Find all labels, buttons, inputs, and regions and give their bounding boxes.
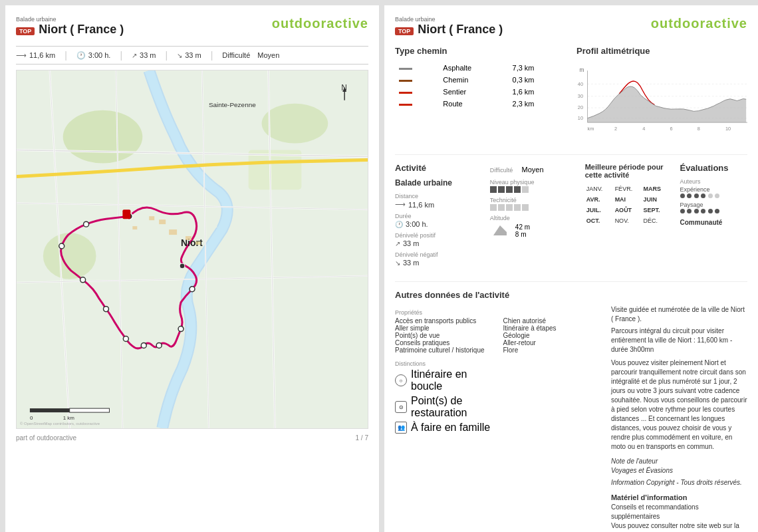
prop-conseils: Conseils pratiques xyxy=(395,339,492,346)
map-svg: Niort Sainte-Pezenne N 0 1 km xyxy=(17,70,368,428)
type-row-asphalte: Asphalte 7,3 km xyxy=(396,63,565,73)
denivele-neg-label: Dénivelé négatif xyxy=(395,251,479,258)
desc-para1: Parcours intégral du circuit pour visite… xyxy=(611,327,747,354)
month-mars: MARS xyxy=(642,184,670,194)
type-label-route: Route xyxy=(443,100,462,108)
svg-text:4: 4 xyxy=(642,126,645,132)
denivele-pos-label: Dénivelé positif xyxy=(395,232,479,239)
stat-ascent: ↗ 33 m xyxy=(132,51,156,59)
distinction-famille: 👥 À faire en famille xyxy=(395,422,492,434)
page-1: Balade urbaine TOPNiort ( France ) outdo… xyxy=(5,5,379,532)
page2-category-text: Balade urbaine xyxy=(395,16,436,23)
page2-brand: outdooractive xyxy=(651,16,747,31)
evaluations-title: Évaluations xyxy=(680,163,747,173)
svg-rect-36 xyxy=(30,408,70,412)
proprietes-label: Propriétés xyxy=(395,309,492,316)
svg-text:10: 10 xyxy=(578,115,583,121)
svg-text:30: 30 xyxy=(578,93,583,99)
svg-point-27 xyxy=(80,277,86,283)
technicite-label: Technicité xyxy=(490,197,574,203)
distinctions-label: Distinctions xyxy=(395,360,492,367)
best-period-title: Meilleure période pour cette activité xyxy=(585,163,670,179)
page1-category: Balade urbaine xyxy=(16,16,124,23)
restauration-icon: ⊙ xyxy=(395,401,407,413)
page1-footer: part of outdooractive 1 / 7 xyxy=(16,434,368,442)
month-mai: MAI xyxy=(614,195,641,204)
type-label-chemin: Chemin xyxy=(443,76,468,84)
autres-section: Autres données de l'activité Propriétés … xyxy=(395,281,747,532)
svg-text:0: 0 xyxy=(30,415,33,421)
denivele-pos-value: ↗ 33 m xyxy=(395,239,479,247)
type-label-sentier: Sentier xyxy=(443,88,466,96)
sep3: | xyxy=(166,50,168,61)
restauration-label: Point(s) de restauration xyxy=(411,395,492,419)
type-elevation-row: Type chemin Asphalte 7,3 km Chemin 0,3 k… xyxy=(395,46,747,144)
experience-stars xyxy=(680,193,747,200)
month-fevr: FÉVR. xyxy=(614,184,641,194)
altitude-row: Altitude 42 m 8 m xyxy=(490,215,574,239)
difficulty-value: Moyen xyxy=(257,51,279,59)
desc-para2: Vous pouvez visiter pleinement Niort et … xyxy=(611,358,747,452)
month-nov: NOV. xyxy=(614,216,641,225)
altitude-max: 42 m xyxy=(515,223,530,231)
svg-rect-44 xyxy=(186,236,191,240)
map-container: Niort Sainte-Pezenne N 0 1 km xyxy=(16,70,368,429)
page1-brand: outdooractive xyxy=(272,16,368,31)
difficulte-value: Moyen xyxy=(522,166,544,174)
stat-difficulty: Difficulté Moyen xyxy=(222,51,279,59)
experience-row: Expérience xyxy=(680,186,747,200)
svg-point-22 xyxy=(178,327,184,332)
prop-retour: Aller-retour xyxy=(503,339,600,346)
prop-patrimoine: Patrimoine culturel / historique xyxy=(395,346,492,354)
activite-type: Balade urbaine xyxy=(395,178,479,188)
svg-text:km: km xyxy=(588,126,594,132)
svg-text:8: 8 xyxy=(697,126,700,132)
descent-icon: ↘ xyxy=(177,52,182,59)
prop-flore: Flore xyxy=(503,346,600,354)
ascent-icon: ↗ xyxy=(132,52,137,59)
type-row-route: Route 2,3 km xyxy=(396,98,565,109)
activite-title: Activité xyxy=(395,163,479,173)
month-dec: DÉC. xyxy=(642,216,670,225)
svg-text:10: 10 xyxy=(725,126,731,132)
autres-cols: Propriétés Accès en transports publics A… xyxy=(395,305,747,532)
clock-icon: 🕐 xyxy=(76,51,86,60)
difficulte-row: Difficulté Moyen xyxy=(490,163,574,175)
difficulty-label: Difficulté xyxy=(222,51,250,59)
svg-point-26 xyxy=(103,307,108,312)
tdot4 xyxy=(514,204,521,211)
niveau-row: Niveau physique xyxy=(490,179,574,193)
month-juin: JUIN xyxy=(642,195,670,204)
month-janv: JANV. xyxy=(585,184,612,194)
type-val-chemin: 0,3 km xyxy=(513,76,535,84)
svg-rect-42 xyxy=(132,226,137,229)
svg-text:1 km: 1 km xyxy=(63,415,75,421)
svg-point-3 xyxy=(43,233,96,279)
distance-icon: ⟶ xyxy=(16,51,27,60)
paysage-stars xyxy=(680,208,747,215)
prop-chien: Chien autorisé xyxy=(503,317,600,325)
svg-text:6: 6 xyxy=(670,126,672,132)
svg-text:m: m xyxy=(580,67,584,73)
elevation-chart: m 40 30 20 10 km 2 4 6 xyxy=(576,61,747,141)
svg-text:© OpenStreetMap contributors, : © OpenStreetMap contributors, outdooract… xyxy=(20,422,100,426)
altitude-label: Altitude xyxy=(490,215,574,221)
note-auteur-value: Voyages et Évasions xyxy=(611,466,747,475)
paysage-label: Paysage xyxy=(680,201,747,208)
tdot3 xyxy=(506,204,513,211)
svg-point-29 xyxy=(84,221,89,227)
best-period-section: Meilleure période pour cette activité JA… xyxy=(585,163,670,271)
svg-text:Sainte-Pezenne: Sainte-Pezenne xyxy=(209,101,256,108)
svg-rect-43 xyxy=(169,229,177,235)
type-row-chemin: Chemin 0,3 km xyxy=(396,74,565,85)
prop-geologie: Géologie xyxy=(503,332,600,339)
month-grid: JANV. FÉVR. MARS AVR. MAI JUIN JUIL. AOÛ… xyxy=(585,184,670,225)
type-val-route: 2,3 km xyxy=(513,100,535,108)
month-sept: SEPT. xyxy=(642,205,670,215)
color-line-sentier xyxy=(399,92,412,94)
type-chemin-table: Asphalte 7,3 km Chemin 0,3 km Sentier 1,… xyxy=(395,61,566,110)
dot4 xyxy=(514,186,521,193)
svg-rect-45 xyxy=(195,241,201,245)
note-auteur-label: Note de l'auteur xyxy=(611,457,747,466)
autres-col1: Propriétés Accès en transports publics A… xyxy=(395,305,492,532)
